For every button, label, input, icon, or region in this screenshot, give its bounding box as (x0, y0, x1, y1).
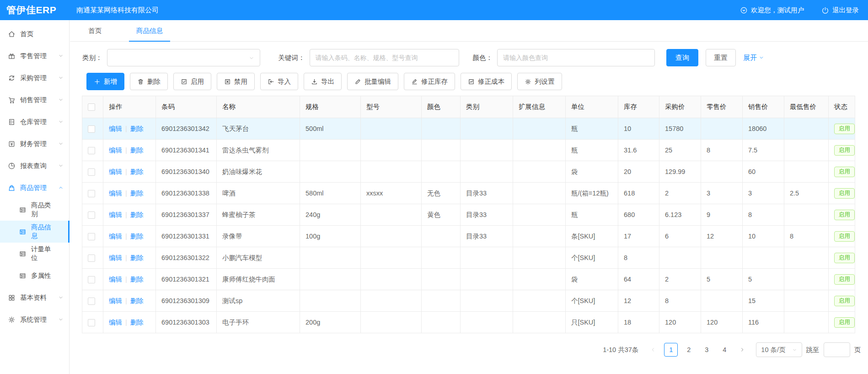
keyword-input[interactable] (310, 49, 459, 66)
row-checkbox[interactable] (88, 319, 95, 326)
delete-link[interactable]: 删除 (130, 233, 144, 240)
sidebar-item[interactable]: 采购管理 (0, 67, 69, 89)
column-header: 型号 (361, 96, 422, 118)
sidebar-item[interactable]: 财务管理 (0, 133, 69, 155)
sidebar-item[interactable]: 系统管理 (0, 309, 69, 331)
toolbar-button[interactable]: 禁用 (217, 73, 255, 90)
sidebar-item[interactable]: 计量单位 (0, 243, 69, 265)
toolbar-button[interactable]: 删除 (130, 73, 168, 90)
sidebar-item-label: 首页 (20, 30, 33, 38)
delete-link[interactable]: 删除 (130, 319, 144, 326)
sidebar-item[interactable]: 基本资料 (0, 287, 69, 309)
row-checkbox[interactable] (88, 211, 95, 219)
page-number[interactable]: 1 (664, 343, 678, 357)
expand-link[interactable]: 展开 (743, 54, 764, 62)
row-checkbox[interactable] (88, 255, 95, 262)
sidebar-item-label: 零售管理 (20, 52, 47, 60)
cell-model: xxsxx (361, 183, 422, 204)
delete-link[interactable]: 删除 (130, 168, 144, 175)
row-checkbox[interactable] (88, 125, 95, 133)
sidebar-item[interactable]: 零售管理 (0, 45, 69, 67)
sidebar-item[interactable]: 首页 (0, 23, 69, 45)
page-number[interactable]: 4 (718, 343, 731, 357)
row-checkbox[interactable] (88, 190, 95, 197)
sidebar-item[interactable]: 多属性 (0, 265, 69, 287)
cell-stock: 618 (618, 183, 659, 204)
chevron-right-icon (739, 347, 745, 352)
next-page-button[interactable] (735, 343, 749, 357)
row-checkbox[interactable] (88, 298, 95, 305)
color-input[interactable] (497, 49, 655, 66)
delete-link[interactable]: 删除 (130, 276, 144, 283)
delete-link[interactable]: 删除 (130, 146, 144, 154)
edit-link[interactable]: 编辑 (109, 254, 122, 261)
edit-link[interactable]: 编辑 (109, 276, 122, 283)
sidebar-item[interactable]: 销售管理 (0, 89, 69, 111)
category-select[interactable] (107, 49, 260, 66)
jump-page-input[interactable] (824, 342, 850, 357)
delete-link[interactable]: 删除 (130, 190, 144, 197)
cell-checkbox (82, 247, 103, 269)
page-size-select[interactable]: 10 条/页 (756, 342, 802, 357)
edit-link[interactable]: 编辑 (109, 125, 122, 132)
toolbar-button[interactable]: 新增 (86, 73, 124, 90)
row-checkbox[interactable] (88, 276, 95, 283)
logout-button[interactable]: 退出登录 (821, 6, 859, 15)
cell-min-price (784, 161, 829, 183)
delete-link[interactable]: 删除 (130, 297, 144, 304)
edit-link[interactable]: 编辑 (109, 233, 122, 240)
toolbar-button[interactable]: 启用 (173, 73, 211, 90)
reset-button[interactable]: 重置 (706, 49, 736, 66)
edit-link[interactable]: 编辑 (109, 146, 122, 154)
sidebar-item[interactable]: 商品类别 (0, 199, 69, 221)
row-checkbox[interactable] (88, 147, 95, 154)
sidebar-item[interactable]: 商品信息 (0, 221, 69, 243)
cell-spec (300, 140, 361, 161)
cell-retail-price (701, 247, 743, 269)
toolbar-button[interactable]: 修正成本 (461, 73, 512, 90)
edit-link[interactable]: 编辑 (109, 319, 122, 326)
cell-sale-price: 116 (743, 312, 784, 333)
edit-link[interactable]: 编辑 (109, 297, 122, 304)
filter-bar: 类别： 关键词： 颜色： 查询 重置 展开 (70, 42, 868, 72)
main-content: 首页 商品信息 类别： 关键词： 颜色： 查询 重置 展开 新增 (70, 20, 868, 374)
cell-spec (300, 161, 361, 183)
cell-min-price (784, 269, 829, 290)
toolbar-button[interactable]: 导入 (260, 73, 298, 90)
sidebar-item[interactable]: 报表查询 (0, 155, 69, 177)
status-badge: 启用 (834, 253, 855, 263)
tab[interactable]: 商品信息 (129, 20, 170, 41)
delete-link[interactable]: 删除 (130, 254, 144, 261)
cell-min-price (784, 290, 829, 312)
toolbar-button[interactable]: 导出 (304, 73, 342, 90)
welcome-user[interactable]: 欢迎您，测试用户 (740, 6, 804, 15)
toolbar-button[interactable]: 列设置 (517, 73, 562, 90)
row-checkbox[interactable] (88, 168, 95, 176)
delete-link[interactable]: 删除 (130, 125, 144, 132)
delete-link[interactable]: 删除 (130, 211, 144, 218)
cell-purchase-price: 120 (659, 312, 701, 333)
page-number[interactable]: 2 (682, 343, 696, 357)
cell-name: 飞天茅台 (217, 118, 300, 140)
toolbar-button-icon (94, 78, 101, 85)
page-number[interactable]: 3 (700, 343, 713, 357)
sidebar-item[interactable]: 仓库管理 (0, 111, 69, 133)
cell-model (361, 290, 422, 312)
edit-link[interactable]: 编辑 (109, 211, 122, 218)
row-checkbox[interactable] (88, 233, 95, 240)
sidebar-item[interactable]: 商品管理 (0, 177, 69, 199)
cell-unit: 袋 (566, 161, 618, 183)
toolbar-button-label: 禁用 (234, 77, 247, 86)
sidebar-item-icon (8, 184, 16, 192)
tab[interactable]: 首页 (81, 20, 109, 41)
select-all-checkbox[interactable] (88, 103, 95, 111)
toolbar-button[interactable]: 批量编辑 (347, 73, 398, 90)
prev-page-button[interactable] (646, 343, 660, 357)
column-header: 零售价 (701, 96, 743, 118)
cell-unit: 只[SKU] (566, 312, 618, 333)
search-button[interactable]: 查询 (666, 49, 698, 66)
cell-model (361, 118, 422, 140)
edit-link[interactable]: 编辑 (109, 168, 122, 175)
edit-link[interactable]: 编辑 (109, 190, 122, 197)
toolbar-button[interactable]: 修正库存 (404, 73, 455, 90)
